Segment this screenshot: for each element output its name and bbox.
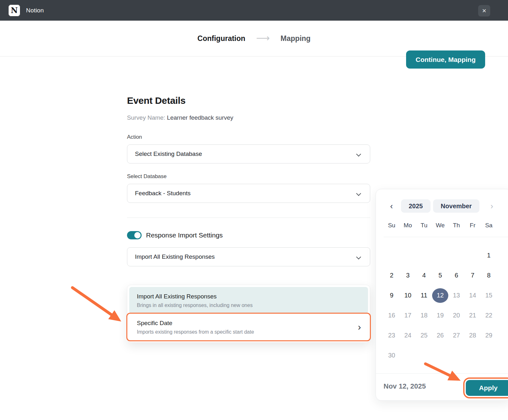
action-label: Action (127, 134, 370, 140)
calendar-day: 26 (432, 325, 448, 345)
calendar-day: 22 (481, 305, 497, 325)
calendar-day: 17 (400, 305, 416, 325)
calendar-header: ‹ 2025 November › (376, 199, 508, 213)
weekday-label: Mo (400, 222, 416, 229)
chevron-down-icon (356, 152, 361, 157)
continue-mapping-button[interactable]: Continue, Mapping (406, 50, 485, 69)
selected-date-text: Nov 12, 2025 (384, 382, 426, 390)
notion-logo-icon: N (8, 4, 20, 17)
calendar-day: 30 (384, 345, 400, 365)
option-description: Brings in all existing responses, includ… (137, 303, 360, 308)
chevron-right-icon: › (358, 322, 361, 332)
calendar-day[interactable]: 1 (481, 245, 497, 265)
calendar-empty-cell (465, 245, 481, 265)
calendar-empty-cell (400, 345, 416, 365)
chevron-down-icon (356, 255, 361, 260)
date-picker-panel: ‹ 2025 November › SuMoTuWeThFrSa 1234567… (376, 189, 508, 401)
menu-option-import-all[interactable]: Import All Existing Responses Brings in … (129, 287, 368, 314)
import-mode-select[interactable]: Import All Existing Responses (127, 247, 370, 266)
calendar-day: 16 (384, 305, 400, 325)
selected-day[interactable]: 12 (432, 288, 448, 303)
calendar-day: 18 (416, 305, 432, 325)
response-import-settings-label: Response Import Settings (146, 231, 223, 239)
response-import-toggle[interactable] (127, 231, 142, 239)
calendar-day: 27 (448, 325, 465, 345)
apply-button[interactable]: Apply (466, 380, 508, 396)
calendar-day[interactable]: 12 (432, 285, 448, 305)
calendar-day[interactable]: 8 (481, 265, 497, 285)
section-divider (127, 217, 370, 218)
arrow-to-specific-date (72, 288, 118, 319)
calendar-day: 28 (465, 325, 481, 345)
calendar-weekday-header: SuMoTuWeThFrSa (384, 222, 497, 229)
event-details-form: Event Details Survey Name: Learner feedb… (127, 95, 370, 266)
calendar-day: 23 (384, 325, 400, 345)
weekday-label: Su (384, 222, 400, 229)
calendar-day: 19 (432, 305, 448, 325)
action-select-value: Select Existing Database (135, 150, 202, 157)
action-select[interactable]: Select Existing Database (127, 144, 370, 163)
step-configuration: Configuration (197, 34, 245, 43)
calendar-next-icon[interactable]: › (487, 202, 497, 210)
weekday-label: Sa (481, 222, 497, 229)
page-title: Event Details (127, 95, 370, 106)
calendar-day[interactable]: 3 (400, 265, 416, 285)
calendar-empty-cell (481, 345, 497, 365)
option-description: Imports existing responses from a specif… (137, 329, 360, 335)
calendar-day[interactable]: 11 (416, 285, 432, 305)
calendar-grid: 1234567891011121314151617181920212223242… (384, 245, 497, 365)
app-title: Notion (26, 7, 44, 14)
option-title: Import All Existing Responses (137, 293, 360, 300)
survey-name-line: Survey Name: Learner feedback survey (127, 114, 370, 121)
highlight-ring (126, 313, 371, 341)
toggle-knob (134, 232, 141, 238)
step-arrow-icon: ⟶ (256, 33, 270, 43)
calendar-empty-cell (448, 245, 465, 265)
calendar-day[interactable]: 2 (384, 265, 400, 285)
calendar-day: 14 (465, 285, 481, 305)
import-mode-select-value: Import All Existing Responses (135, 253, 215, 260)
close-icon[interactable]: ✕ (478, 5, 490, 17)
import-config-window: N Notion ✕ Configuration ⟶ Mapping Conti… (0, 0, 508, 420)
select-database-label: Select Database (127, 173, 370, 180)
calendar-day[interactable]: 4 (416, 265, 432, 285)
weekday-label: We (432, 222, 448, 229)
database-select-value: Feedback - Students (135, 190, 190, 197)
weekday-label: Tu (416, 222, 432, 229)
calendar-day: 20 (448, 305, 465, 325)
option-title: Specific Date (137, 320, 360, 327)
calendar-divider (384, 237, 508, 237)
calendar-day: 24 (400, 325, 416, 345)
calendar-empty-cell (400, 245, 416, 265)
calendar-day: 15 (481, 285, 497, 305)
calendar-empty-cell (432, 245, 448, 265)
calendar-day: 29 (481, 325, 497, 345)
menu-option-specific-date[interactable]: Specific Date Imports existing responses… (129, 314, 368, 340)
calendar-day[interactable]: 5 (432, 265, 448, 285)
step-mapping: Mapping (281, 34, 311, 43)
calendar-prev-icon[interactable]: ‹ (387, 202, 396, 210)
calendar-empty-cell (432, 345, 448, 365)
calendar-empty-cell (465, 345, 481, 365)
calendar-empty-cell (416, 245, 432, 265)
calendar-empty-cell (384, 245, 400, 265)
stepper-bar: Configuration ⟶ Mapping Continue, Mappin… (0, 21, 508, 57)
chevron-down-icon (356, 191, 361, 196)
calendar-day[interactable]: 7 (465, 265, 481, 285)
calendar-year-button[interactable]: 2025 (401, 199, 431, 213)
import-mode-dropdown-menu: Import All Existing Responses Brings in … (127, 285, 370, 343)
response-import-settings-row: Response Import Settings (127, 231, 370, 239)
calendar-month-button[interactable]: November (433, 199, 479, 213)
calendar-day[interactable]: 9 (384, 285, 400, 305)
survey-name-label: Survey Name: (127, 114, 165, 121)
calendar-empty-cell (448, 345, 465, 365)
weekday-label: Th (448, 222, 465, 229)
calendar-day[interactable]: 10 (400, 285, 416, 305)
calendar-day[interactable]: 6 (448, 265, 465, 285)
survey-name-value: Learner feedback survey (167, 114, 233, 121)
titlebar: N Notion ✕ (0, 0, 508, 21)
calendar-footer-divider (376, 373, 508, 374)
calendar-day: 21 (465, 305, 481, 325)
database-select[interactable]: Feedback - Students (127, 184, 370, 203)
calendar-empty-cell (416, 345, 432, 365)
